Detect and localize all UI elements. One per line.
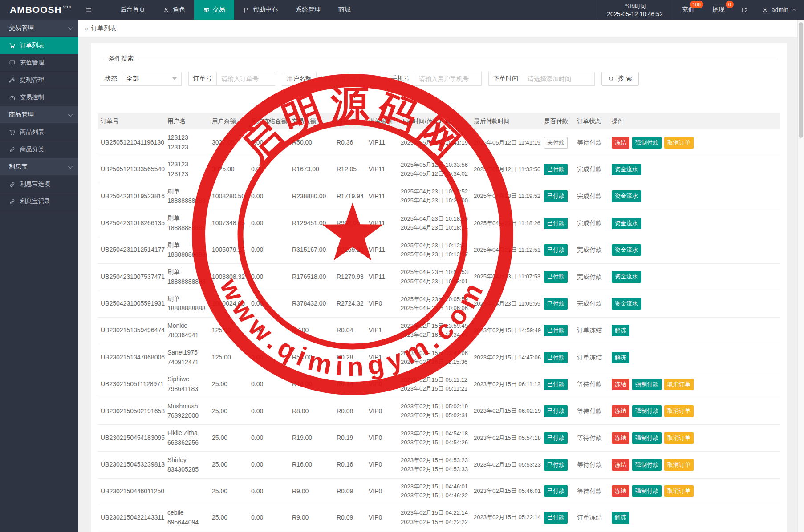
scrollbar-thumb[interactable] (799, 22, 803, 138)
row-actions: 资金流水 (612, 246, 644, 253)
cell-status: 完成付款 (574, 237, 609, 263)
column-header-4: 交易数额 (289, 113, 334, 129)
action-fund-flow-button[interactable]: 资金流水 (612, 271, 641, 282)
action-cancel-order-button[interactable]: 取消订单 (664, 459, 694, 471)
cell-order-no: UB2302150454183095 (98, 425, 165, 451)
sidebar-item-interest-records[interactable]: 利息宝记录 (0, 193, 78, 210)
sidebar-item-withdraw-management[interactable]: 提现管理 (0, 72, 78, 89)
nav-item-roles[interactable]: 角色 (154, 0, 194, 20)
cell-order-no: UB2504231007537471 (98, 263, 165, 290)
link-icon (9, 146, 16, 153)
sidebar-item-goods-category[interactable]: 商品分类 (0, 141, 78, 158)
cell-status: 完成付款 (574, 156, 609, 183)
sidebar-group-goods-management[interactable]: 商品管理 (0, 106, 78, 124)
cell-status: 完成付款 (574, 210, 609, 237)
orders-table: 订单号用户名用户余额用户冻结金额交易数额佣金做单级别下单时间/付款时间最后付款时… (98, 113, 780, 532)
action-force-pay-button[interactable]: 强制付款 (632, 485, 662, 497)
sidebar-item-goods-list[interactable]: 商品列表 (0, 124, 78, 141)
action-force-pay-button[interactable]: 强制付款 (632, 379, 662, 390)
sidebar-group-interest-treasure[interactable]: 利息宝 (0, 158, 78, 176)
cell-level: VIP0 (366, 290, 398, 317)
action-force-pay-button[interactable]: 强制付款 (632, 405, 662, 417)
recharge-nav[interactable]: 充值 186 (673, 0, 703, 20)
username-input[interactable] (317, 72, 379, 85)
action-unfreeze-button[interactable]: 解冻 (612, 352, 629, 363)
nav-item-system[interactable]: 系统管理 (287, 0, 329, 20)
status-select[interactable]: 全部 (122, 72, 182, 86)
cell-last-pay-time: 2023年02月15日 06:11:12 (471, 371, 541, 398)
sidebar-item-order-list[interactable]: 订单列表 (0, 37, 78, 54)
column-header-9: 是否付款 (541, 113, 574, 129)
cell-paid: 已付款 (541, 237, 574, 263)
action-fund-flow-button[interactable]: 资金流水 (612, 164, 641, 175)
brand-version: V10 (63, 5, 72, 9)
order-no-input[interactable] (217, 72, 275, 85)
row-actions: 资金流水 (612, 300, 644, 307)
cell-order-pay-time: 2023年02月15日 13:59:492023年02月16日 10:34:07 (398, 317, 471, 344)
sidebar-item-interest-options[interactable]: 利息宝选项 (0, 176, 78, 193)
scale-icon (203, 7, 210, 13)
mobile-input[interactable] (414, 72, 481, 85)
sidebar-item-recharge-management[interactable]: 充值管理 (0, 54, 78, 72)
cell-frozen: 0.00 (248, 451, 289, 478)
order-time-input[interactable] (523, 72, 594, 85)
cell-paid: 已付款 (541, 371, 574, 398)
sidebar-group-trade-management[interactable]: 交易管理 (0, 20, 78, 37)
search-button[interactable]: 搜 索 (601, 72, 639, 86)
cell-paid: 已付款 (541, 398, 574, 424)
scrollbar[interactable] (797, 20, 804, 532)
cart-icon (9, 42, 16, 49)
cell-commission: R0.14 (334, 371, 366, 398)
cell-level: VIP11 (366, 183, 398, 210)
cell-order-no: UB2302150511128971 (98, 371, 165, 398)
action-freeze-button[interactable]: 冻结 (612, 459, 629, 471)
search-fieldset: 条件搜索 状态 全部 订单号 用户名称 手 (100, 55, 778, 97)
cell-order-no: UB2302150446011250 (98, 478, 165, 504)
row-actions: 资金流水 (612, 219, 644, 226)
sidebar-group-label: 商品管理 (9, 111, 34, 119)
cell-frozen: 0.00 (248, 210, 289, 237)
action-cancel-order-button[interactable]: 取消订单 (664, 432, 694, 444)
action-freeze-button[interactable]: 冻结 (612, 405, 629, 417)
row-actions: 资金流水 (612, 165, 644, 173)
cell-balance: 3025.00 (209, 156, 248, 183)
action-fund-flow-button[interactable]: 资金流水 (612, 190, 641, 202)
nav-item-mall[interactable]: 商城 (329, 0, 360, 20)
action-cancel-order-button[interactable]: 取消订单 (664, 379, 694, 390)
navbar-menu: 后台首页角色交易帮助中心系统管理商城 (111, 0, 360, 20)
hamburger-menu[interactable] (78, 0, 99, 20)
nav-item-help-center[interactable]: 帮助中心 (234, 0, 287, 20)
refresh-button[interactable] (734, 0, 755, 20)
cell-order-no: UB2505121041196130 (98, 129, 165, 156)
withdraw-label: 提现 (712, 6, 725, 14)
select-arrow-icon (172, 77, 177, 80)
action-fund-flow-button[interactable]: 资金流水 (612, 298, 641, 310)
action-cancel-order-button[interactable]: 取消订单 (664, 485, 694, 497)
cell-order-pay-time: 2023年02月15日 05:02:192023年02月15日 05:02:31 (398, 398, 471, 424)
cell-frozen: 0.00 (248, 317, 289, 344)
action-cancel-order-button[interactable]: 取消订单 (664, 137, 694, 149)
table-row: UB230215044601125025.000.00R9.00R0.09VIP… (98, 478, 780, 504)
action-freeze-button[interactable]: 冻结 (612, 137, 629, 149)
action-force-pay-button[interactable]: 强制付款 (632, 459, 662, 471)
table-row: UB2302150511128971Siphiwe79864118325.000… (98, 371, 780, 398)
action-freeze-button[interactable]: 冻结 (612, 379, 629, 390)
action-freeze-button[interactable]: 冻结 (612, 432, 629, 444)
action-fund-flow-button[interactable]: 资金流水 (612, 218, 641, 229)
action-unfreeze-button[interactable]: 解冻 (612, 325, 629, 336)
order-no-filter: 订单号 (188, 72, 275, 86)
row-actions: 冻结强制付款取消订单 (612, 434, 696, 441)
action-unfreeze-button[interactable]: 解冻 (612, 512, 629, 523)
action-fund-flow-button[interactable]: 资金流水 (612, 244, 641, 256)
withdraw-nav[interactable]: 提现 0 (703, 0, 734, 20)
action-force-pay-button[interactable]: 强制付款 (632, 137, 662, 149)
action-cancel-order-button[interactable]: 取消订单 (664, 405, 694, 417)
admin-menu[interactable]: admin (755, 0, 804, 20)
action-force-pay-button[interactable]: 强制付款 (632, 432, 662, 444)
action-freeze-button[interactable]: 冻结 (612, 485, 629, 497)
cell-actions: 资金流水 (609, 183, 780, 210)
sidebar-item-trade-control[interactable]: 交易控制 (0, 89, 78, 106)
cell-commission: R0.19 (334, 425, 366, 451)
nav-item-trade[interactable]: 交易 (194, 0, 234, 20)
nav-item-home[interactable]: 后台首页 (111, 0, 154, 20)
